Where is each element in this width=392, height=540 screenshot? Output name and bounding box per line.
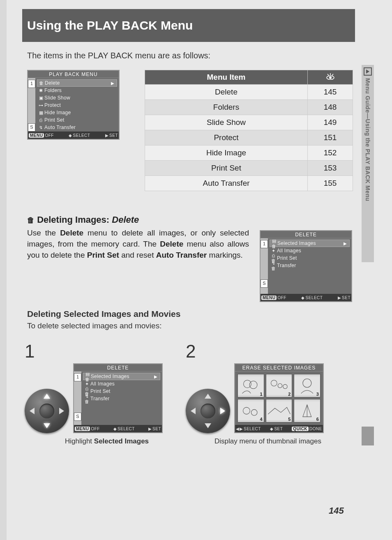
side-marker — [362, 427, 374, 445]
dpad-icon — [186, 389, 230, 433]
play-icon — [364, 67, 372, 76]
svg-line-2 — [332, 74, 333, 76]
table-row: Protect151 — [145, 130, 353, 145]
delete-section-heading: 🗑 Deleting Images: Delete — [27, 215, 139, 225]
intro-text: The items in the PLAY BACK menu are as f… — [27, 51, 210, 60]
selected-sub: To delete selected images and movies: — [27, 321, 161, 330]
menu-row-folders: ✱ Folders — [37, 87, 117, 94]
lcd-footer: MENUOFF ◆SELECT ▶SET — [261, 294, 351, 301]
thumbnail: 6 — [294, 399, 321, 422]
caret-right-icon: ▶ — [344, 241, 347, 246]
side-tab: Menu Guide—Using the PLAY BACK Menu — [362, 65, 374, 262]
thumbnail: 3 — [294, 374, 321, 397]
page-title: Using the PLAY BACK Menu — [27, 18, 193, 32]
dpad-icon — [25, 389, 69, 433]
side-tab-text: Menu Guide—Using the PLAY BACK Menu — [364, 78, 371, 201]
lcd-tab-1: 1 — [28, 80, 35, 88]
hide-icon: ▦ — [38, 110, 44, 115]
star-icon: ✱ — [38, 88, 44, 93]
delete-paragraph: Use the Delete menu to delete all images… — [27, 228, 249, 261]
lcd-tabs: 1 S — [28, 78, 35, 132]
menu-row-all: ✦ All Images — [270, 247, 350, 254]
menu-row-autotransfer: ↯ Auto Transfer — [37, 124, 117, 131]
table-row: Folders148 — [145, 100, 353, 115]
svg-point-4 — [329, 77, 331, 78]
step-1: 1 DELETE 1 S ▤🗑Selected Images▶ ✦A — [25, 341, 189, 445]
caret-right-icon: ▶ — [111, 81, 114, 85]
lcd-tab-s: S — [28, 123, 35, 132]
table-row: Slide Show149 — [145, 115, 353, 130]
all-icon: ✦ — [270, 248, 277, 254]
table-row: Print Set153 — [145, 161, 353, 176]
table-row: Delete145 — [145, 85, 353, 100]
menu-row-protect: ⊶ Protect — [37, 102, 117, 109]
menu-row-selected: ▤🗑 Selected Images ▶ — [270, 240, 350, 247]
menu-row-transfer: ↯🗑 Transfer — [270, 262, 350, 269]
page-title-bar: Using the PLAY BACK Menu — [22, 9, 355, 42]
menu-row-printset: ⎙ Print Set — [37, 116, 117, 124]
step-number: 1 — [25, 341, 189, 362]
transfer-icon: ↯ — [38, 125, 44, 130]
playback-menu-screenshot: PLAY BACK MENU 1 S 🗑 Delete ▶ ✱ Folders … — [27, 70, 120, 140]
transfer-trash-icon: ↯🗑 — [270, 261, 277, 271]
thumbnail: 2 — [266, 374, 293, 397]
step-number: 2 — [186, 341, 350, 362]
menu-row-hide: ▦ Hide Image — [37, 109, 117, 116]
step1-caption: Highlight Selected Images — [25, 437, 189, 445]
slides-icon: ▣ — [38, 95, 44, 101]
table-header-item: Menu Item — [145, 70, 308, 85]
thumbnail-grid: 1 2 3 4 5 6 — [235, 372, 323, 425]
lcd-title: PLAY BACK MENU — [28, 71, 119, 78]
step2-caption: Display menu of thumbnail images — [186, 437, 350, 445]
delete-menu-screenshot: DELETE 1 S ▤🗑 Selected Images ▶ ✦ All Im… — [260, 230, 352, 302]
playback-menu-table: Menu Item Delete145 Folders148 Slide Sho… — [145, 70, 353, 191]
trash-icon: 🗑 — [27, 216, 35, 224]
select-trash-icon: ▤🗑 — [271, 238, 277, 249]
thumbnail: 1 — [238, 374, 264, 397]
print-icon: ⎙ — [38, 118, 44, 122]
menu-row-printset: ⎙🗑 Print Set — [270, 254, 350, 262]
lcd-title: DELETE — [261, 231, 351, 238]
lcd-footer: MENUOFF ◆SELECT ▶SET — [28, 132, 119, 139]
thumbnail: 4 — [238, 399, 264, 422]
table-row: Hide Image152 — [145, 145, 353, 161]
key-icon: ⊶ — [38, 103, 44, 108]
menu-row-delete: 🗑 Delete ▶ — [37, 79, 117, 87]
menu-row-slideshow: ▣ Slide Show — [37, 94, 117, 102]
step-2: 2 ERASE SELECTED IMAGES 1 2 3 4 5 6 — [186, 341, 350, 445]
trash-icon: 🗑 — [38, 81, 45, 85]
selected-heading: Deleting Selected Images and Movies — [27, 309, 180, 319]
page-number: 145 — [329, 505, 344, 516]
table-header-page-icon — [308, 70, 353, 85]
thumbnail: 5 — [266, 399, 293, 422]
svg-line-1 — [327, 74, 329, 76]
table-row: Auto Transfer155 — [145, 176, 353, 191]
